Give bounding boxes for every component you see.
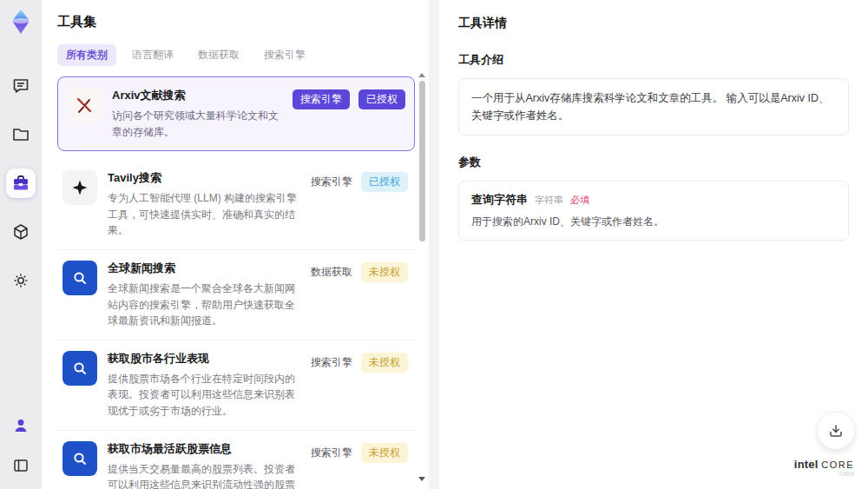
sidebar-item-settings[interactable] bbox=[6, 266, 36, 295]
blue-search-icon bbox=[62, 261, 97, 295]
arxiv-x-icon bbox=[67, 88, 102, 122]
tool-description: 访问各个研究领域大量科学论文和文章的存储库。 bbox=[112, 108, 284, 140]
folder-icon bbox=[11, 125, 30, 144]
param-head: 查询字符串 字符串 必填 bbox=[471, 192, 836, 208]
tool-card-body: Tavily搜索 专为人工智能代理 (LLM) 构建的搜索引擎工具，可快速提供实… bbox=[108, 170, 311, 239]
tool-card-body: 获取股市各行业表现 提供股票市场各个行业在特定时间段内的表现。投资者可以利用这些… bbox=[108, 351, 311, 420]
category-label: 数据获取 bbox=[311, 265, 352, 280]
param-name: 查询字符串 bbox=[471, 192, 528, 208]
tool-card-meta: 搜索引擎 已授权 bbox=[311, 170, 408, 192]
param-type: 字符串 bbox=[535, 194, 563, 207]
intel-core-logo: intel CORE Ultra bbox=[794, 459, 854, 479]
brand-intel-text: intel bbox=[794, 458, 819, 471]
tool-card-meta: 搜索引擎 已授权 bbox=[293, 88, 405, 109]
status-badge: 已授权 bbox=[361, 172, 408, 192]
tool-name: 全球新闻搜索 bbox=[108, 261, 302, 276]
tab-all-categories[interactable]: 所有类别 bbox=[57, 44, 116, 66]
download-button[interactable] bbox=[818, 413, 854, 449]
icon-rail bbox=[0, 0, 42, 489]
panel-toggle-icon[interactable] bbox=[6, 451, 36, 480]
tool-card-meta: 搜索引擎 未授权 bbox=[311, 351, 408, 373]
scroll-down-arrow-icon[interactable] bbox=[418, 477, 425, 481]
tool-description: 提供股票市场各个行业在特定时间段内的表现。投资者可以利用这些信息来识别表现优于或… bbox=[108, 371, 302, 420]
brand-sub-text: Ultra bbox=[794, 471, 854, 479]
tool-name: 获取股市各行业表现 bbox=[108, 351, 302, 367]
intro-box: 一个用于从Arxiv存储库搜索科学论文和文章的工具。 输入可以是Arxiv ID… bbox=[458, 78, 849, 135]
tool-description: 全球新闻搜索是一个聚合全球各大新闻网站内容的搜索引擎，帮助用户快速获取全球最新资… bbox=[108, 281, 302, 329]
param-box: 查询字符串 字符串 必填 用于搜索的Arxiv ID、关键字或作者姓名。 bbox=[458, 181, 849, 241]
tool-card-body: 全球新闻搜索 全球新闻搜索是一个聚合全球各大新闻网站内容的搜索引擎，帮助用户快速… bbox=[108, 261, 311, 329]
tab-language-translation[interactable]: 语言翻译 bbox=[123, 44, 182, 66]
tool-card-arxiv[interactable]: Arxiv文献搜索 访问各个研究领域大量科学论文和文章的存储库。 搜索引擎 已授… bbox=[57, 76, 415, 151]
sidebar-item-packages[interactable] bbox=[6, 217, 36, 247]
tool-name: Tavily搜索 bbox=[108, 170, 302, 186]
tool-description: 专为人工智能代理 (LLM) 构建的搜索引擎工具，可快速提供实时、准确和真实的结… bbox=[108, 190, 302, 239]
category-badge: 搜索引擎 bbox=[293, 89, 350, 109]
tool-card-body: 获取市场最活跃股票信息 提供当天交易量最高的股票列表。投资者可以利用这些信息来识… bbox=[108, 441, 311, 489]
intro-heading: 工具介绍 bbox=[458, 52, 849, 68]
brand-core-text: CORE bbox=[821, 459, 854, 470]
detail-title: 工具详情 bbox=[458, 16, 849, 31]
tool-detail-panel: 工具详情 工具介绍 一个用于从Arxiv存储库搜索科学论文和文章的工具。 输入可… bbox=[439, 0, 868, 489]
category-label: 搜索引擎 bbox=[311, 175, 352, 189]
tool-card-active-stocks[interactable]: 获取市场最活跃股票信息 提供当天交易量最高的股票列表。投资者可以利用这些信息来识… bbox=[57, 431, 415, 489]
user-icon bbox=[12, 417, 30, 434]
blue-search-icon bbox=[62, 351, 97, 386]
intro-text: 一个用于从Arxiv存储库搜索科学论文和文章的工具。 输入可以是Arxiv ID… bbox=[471, 89, 836, 124]
toolbox-icon bbox=[11, 174, 30, 193]
tab-data-fetching[interactable]: 数据获取 bbox=[189, 44, 248, 66]
sidebar-item-tools[interactable] bbox=[6, 169, 36, 198]
tool-card-tavily[interactable]: Tavily搜索 专为人工智能代理 (LLM) 构建的搜索引擎工具，可快速提供实… bbox=[57, 160, 415, 250]
tool-card-sector-performance[interactable]: 获取股市各行业表现 提供股票市场各个行业在特定时间段内的表现。投资者可以利用这些… bbox=[57, 340, 415, 431]
tool-name: Arxiv文献搜索 bbox=[112, 88, 284, 103]
category-label: 搜索引擎 bbox=[311, 355, 352, 370]
package-icon bbox=[11, 222, 30, 241]
params-heading: 参数 bbox=[458, 155, 849, 170]
status-badge: 已授权 bbox=[358, 89, 405, 109]
tool-description: 提供当天交易量最高的股票列表。投资者可以利用这些信息来识别流动性强的股票和潜在的… bbox=[108, 461, 302, 489]
app-logo-gem-icon[interactable] bbox=[6, 7, 36, 36]
settings-icon bbox=[11, 271, 30, 290]
param-required-badge: 必填 bbox=[570, 194, 589, 207]
tool-card-meta: 数据获取 未授权 bbox=[311, 261, 408, 282]
category-label: 搜索引擎 bbox=[311, 446, 352, 460]
tool-card-meta: 搜索引擎 未授权 bbox=[311, 441, 408, 463]
tool-list-panel: 工具集 所有类别 语言翻译 数据获取 搜索引擎 Arxiv文献搜索 访问各个研究… bbox=[42, 0, 429, 489]
sparkle-icon bbox=[62, 170, 97, 205]
scroll-up-arrow-icon[interactable] bbox=[418, 73, 425, 77]
category-tabs: 所有类别 语言翻译 数据获取 搜索引擎 bbox=[57, 44, 429, 66]
rail-nav bbox=[6, 71, 36, 295]
chat-icon bbox=[11, 76, 30, 96]
sidebar-item-files[interactable] bbox=[6, 120, 36, 149]
sidebar-item-chat[interactable] bbox=[6, 71, 36, 101]
status-badge: 未授权 bbox=[361, 262, 408, 282]
panel-divider bbox=[429, 0, 439, 489]
tool-list: Arxiv文献搜索 访问各个研究领域大量科学论文和文章的存储库。 搜索引擎 已授… bbox=[57, 76, 415, 489]
blue-search-icon bbox=[62, 441, 97, 476]
tab-search-engine[interactable]: 搜索引擎 bbox=[255, 44, 314, 66]
rail-bottom bbox=[0, 411, 42, 480]
user-avatar-button[interactable] bbox=[6, 411, 36, 440]
page-title: 工具集 bbox=[57, 14, 429, 30]
status-badge: 未授权 bbox=[361, 353, 408, 373]
param-description: 用于搜索的Arxiv ID、关键字或作者姓名。 bbox=[471, 215, 836, 229]
tool-card-body: Arxiv文献搜索 访问各个研究领域大量科学论文和文章的存储库。 bbox=[112, 88, 293, 140]
download-icon bbox=[828, 423, 844, 439]
tool-name: 获取市场最活跃股票信息 bbox=[108, 441, 302, 457]
app-window: 工具集 所有类别 语言翻译 数据获取 搜索引擎 Arxiv文献搜索 访问各个研究… bbox=[0, 0, 868, 489]
list-scrollbar[interactable] bbox=[418, 73, 426, 483]
scrollbar-thumb[interactable] bbox=[419, 81, 425, 241]
tool-card-global-news[interactable]: 全球新闻搜索 全球新闻搜索是一个聚合全球各大新闻网站内容的搜索引擎，帮助用户快速… bbox=[57, 250, 415, 340]
status-badge: 未授权 bbox=[361, 443, 408, 463]
